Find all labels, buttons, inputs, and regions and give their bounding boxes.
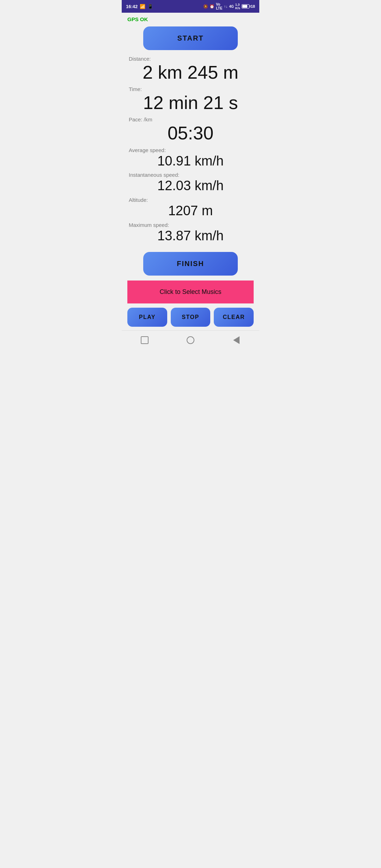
nav-bar [122, 330, 259, 350]
play-button[interactable]: PLAY [127, 308, 167, 327]
status-bar: 16:42 📶 📱 🔕 ⏰ VoLTE ↑↓ 4G 1.3K/s 18 [122, 0, 259, 13]
start-button[interactable]: START [143, 26, 238, 50]
avg-speed-label: Average speed: [129, 147, 254, 153]
time-value: 12 min 21 s [127, 93, 254, 113]
status-bar-left: 16:42 📶 📱 [126, 4, 153, 9]
nav-back-button[interactable] [230, 334, 243, 346]
altitude-value: 1207 m [127, 204, 254, 218]
cell-icon: 4G [229, 5, 234, 8]
altitude-label: Altitude: [129, 197, 254, 203]
battery-percent: 18 [251, 4, 255, 8]
alarm-icon: ⏰ [210, 4, 214, 9]
time-label: Time: [129, 86, 254, 92]
signal-icon: 📶 [140, 4, 145, 9]
avg-speed-value: 10.91 km/h [127, 154, 254, 169]
battery-icon [242, 4, 249, 8]
instant-speed-label: Instantaneous speed: [129, 172, 254, 178]
nav-home-button[interactable] [184, 334, 197, 346]
pace-label: Pace: /km [129, 116, 254, 122]
instant-speed-value: 12.03 km/h [127, 179, 254, 193]
nav-recent-button[interactable] [138, 334, 151, 346]
sim-icon: 📱 [147, 4, 153, 9]
back-icon [233, 336, 240, 344]
volte-icon: VoLTE [216, 2, 222, 10]
status-bar-right: 🔕 ⏰ VoLTE ↑↓ 4G 1.3K/s 18 [203, 2, 255, 10]
distance-label: Distance: [129, 56, 254, 62]
finish-button[interactable]: FINISH [143, 252, 238, 276]
clear-button[interactable]: CLEAR [214, 308, 254, 327]
max-speed-label: Maximum speed: [129, 222, 254, 228]
pace-value: 05:30 [127, 123, 254, 143]
time-display: 16:42 [126, 4, 138, 9]
main-content: GPS OK START Distance: 2 km 245 m Time: … [122, 13, 259, 330]
network-speed: 1.3K/s [235, 3, 240, 10]
recent-apps-icon [141, 336, 149, 344]
music-select-button[interactable]: Click to Select Musics [127, 281, 254, 303]
signal-bars-icon: ↑↓ [224, 4, 228, 8]
mute-icon: 🔕 [203, 4, 208, 9]
home-icon [187, 336, 194, 344]
gps-status: GPS OK [127, 16, 254, 22]
stop-button[interactable]: STOP [171, 308, 211, 327]
distance-value: 2 km 245 m [127, 62, 254, 83]
media-controls: PLAY STOP CLEAR [127, 308, 254, 327]
max-speed-value: 13.87 km/h [127, 229, 254, 243]
metrics-section: Distance: 2 km 245 m Time: 12 min 21 s P… [127, 56, 254, 247]
